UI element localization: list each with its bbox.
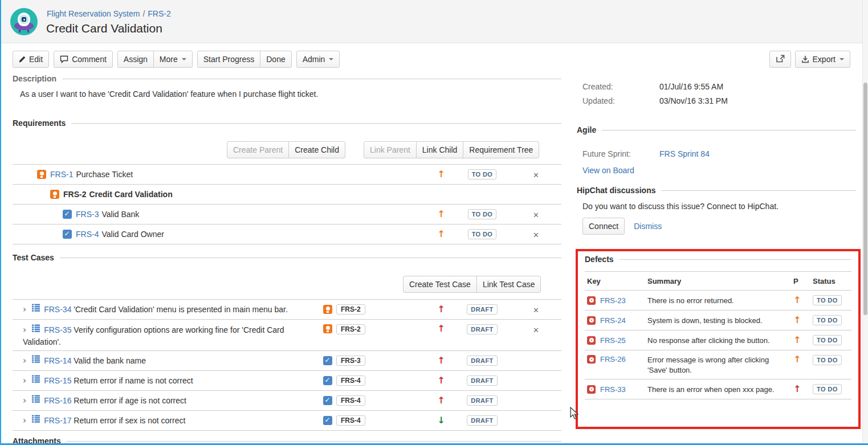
- remove-link-icon[interactable]: [533, 169, 539, 180]
- requirement-key-link[interactable]: FRS-1: [50, 170, 73, 179]
- requirement-type-icon: [63, 230, 72, 239]
- status-lozenge: TO DO: [813, 384, 842, 394]
- admin-dropdown-button[interactable]: Admin: [296, 51, 340, 68]
- expand-chevron-icon[interactable]: ›: [23, 375, 26, 386]
- future-sprint-link[interactable]: FRS Sprint 84: [659, 149, 710, 158]
- test-case-button-group: Create Test Case Link Test Case: [403, 276, 541, 293]
- test-case-key-link[interactable]: FRS-16: [44, 396, 71, 405]
- requirement-summary: Valid Bank: [101, 210, 139, 219]
- comment-button[interactable]: Comment: [54, 51, 113, 68]
- hipchat-section: HipChat discussions Do you want to discu…: [577, 186, 856, 235]
- more-dropdown-button[interactable]: More: [153, 51, 193, 68]
- priority-icon: [437, 375, 445, 386]
- requirement-row: FRS-4 Valid Card Owner TO DO: [13, 224, 561, 244]
- share-button[interactable]: [769, 51, 791, 68]
- defect-key-link[interactable]: FRS-24: [600, 316, 626, 325]
- test-case-key-link[interactable]: FRS-34: [44, 305, 71, 314]
- expand-chevron-icon[interactable]: ›: [23, 325, 26, 335]
- window-edge-left: [0, 0, 1, 445]
- chevron-down-icon: [182, 58, 186, 60]
- remove-link-icon[interactable]: [533, 209, 539, 220]
- hipchat-connect-button[interactable]: Connect: [582, 218, 625, 235]
- test-case-summary: Valid the bank name: [74, 356, 146, 365]
- edit-button[interactable]: Edit: [13, 51, 49, 68]
- status-lozenge: DRAFT: [467, 324, 497, 334]
- requirement-summary: Valid Card Owner: [101, 230, 164, 239]
- requirement-type-icon: [323, 305, 332, 314]
- requirements-tree: FRS-1 Purchase Ticket TO DO FRS-2 Credit…: [13, 164, 561, 244]
- heading-rule: [620, 259, 851, 260]
- remove-link-icon[interactable]: [533, 229, 539, 240]
- priority-icon: [793, 334, 801, 345]
- requirements-section: Requirements Create Parent Create Child …: [13, 119, 561, 244]
- requirement-tree-button[interactable]: Requirement Tree: [463, 141, 539, 158]
- defects-table-header: Key Summary P Status: [585, 272, 851, 291]
- test-case-summary: 'Credit Card Validation' menu is present…: [74, 305, 288, 314]
- start-progress-button[interactable]: Start Progress: [197, 51, 260, 68]
- breadcrumb-issue-link[interactable]: FRS-2: [148, 9, 170, 18]
- test-case-key-link[interactable]: FRS-15: [44, 376, 71, 385]
- status-lozenge: TO DO: [468, 229, 497, 239]
- heading-rule: [62, 79, 561, 79]
- remove-link-icon[interactable]: [533, 324, 539, 335]
- test-cases-heading: Test Cases: [13, 253, 54, 262]
- defect-summary: System is down, testing is blocked.: [647, 316, 793, 325]
- requirement-type-icon: [37, 170, 46, 179]
- heading-rule: [661, 190, 856, 191]
- dates-section: Created:01/Jul/16 9:55 AM Updated:03/Nov…: [577, 82, 856, 111]
- expand-chevron-icon[interactable]: ›: [23, 415, 26, 426]
- bug-icon: [587, 385, 596, 394]
- hipchat-prompt: Do you want to discuss this issue? Conne…: [582, 202, 856, 211]
- create-test-case-button[interactable]: Create Test Case: [403, 276, 477, 293]
- requirement-key-link[interactable]: FRS-4: [76, 230, 99, 239]
- column-header-priority: P: [793, 277, 813, 285]
- hipchat-dismiss-link[interactable]: Dismiss: [634, 222, 662, 231]
- remove-link-icon[interactable]: [533, 304, 539, 315]
- link-test-case-button[interactable]: Link Test Case: [476, 276, 541, 293]
- page-title: Credit Card Validation: [46, 22, 162, 35]
- status-lozenge: TO DO: [813, 295, 842, 305]
- requirements-heading: Requirements: [13, 119, 66, 128]
- chevron-down-icon: [840, 58, 844, 60]
- column-header-summary: Summary: [647, 277, 793, 285]
- created-value: 01/Jul/16 9:55 AM: [659, 82, 723, 91]
- test-case-icon: [31, 356, 40, 365]
- defect-row: FRS-26 Error message is wrong after clic…: [585, 350, 851, 379]
- create-parent-button[interactable]: Create Parent: [227, 141, 289, 158]
- column-header-status: Status: [813, 277, 851, 285]
- defect-key-link[interactable]: FRS-25: [600, 336, 626, 345]
- defect-key-link[interactable]: FRS-26: [600, 355, 626, 364]
- defect-row: FRS-33 There is an error when open xxx p…: [585, 379, 851, 399]
- create-child-button[interactable]: Create Child: [288, 141, 345, 158]
- expand-chevron-icon[interactable]: ›: [23, 395, 26, 406]
- status-lozenge: DRAFT: [467, 415, 497, 426]
- link-child-button[interactable]: Link Child: [416, 141, 463, 158]
- breadcrumb-separator: /: [142, 9, 145, 18]
- link-parent-button[interactable]: Link Parent: [364, 141, 417, 158]
- requirement-key-lozenge: FRS-4: [336, 395, 365, 406]
- test-case-key-link[interactable]: FRS-14: [44, 356, 71, 365]
- requirement-key-lozenge: FRS-3: [336, 356, 365, 366]
- requirement-key-lozenge: FRS-2: [336, 324, 365, 334]
- view-on-board-link[interactable]: View on Board: [582, 166, 634, 175]
- requirement-row-current: FRS-2 Credit Card Validation: [13, 185, 561, 205]
- requirement-key-link[interactable]: FRS-3: [76, 210, 99, 219]
- test-case-key-link[interactable]: FRS-17: [44, 416, 71, 425]
- status-lozenge: DRAFT: [467, 395, 497, 406]
- defect-row: FRS-25 No response after clicking the bu…: [585, 330, 851, 350]
- requirement-row: FRS-1 Purchase Ticket TO DO: [13, 165, 561, 185]
- test-case-summary: Return error if name is not correct: [74, 376, 193, 385]
- test-case-key-link[interactable]: FRS-35: [44, 325, 71, 334]
- expand-chevron-icon[interactable]: ›: [23, 356, 26, 366]
- defect-key-link[interactable]: FRS-23: [600, 296, 626, 305]
- expand-chevron-icon[interactable]: ›: [23, 304, 26, 315]
- heading-rule: [71, 123, 561, 124]
- assign-button[interactable]: Assign: [117, 51, 154, 68]
- export-dropdown-button[interactable]: Export: [795, 51, 850, 68]
- vertical-scrollbar-thumb[interactable]: [863, 83, 867, 315]
- defect-summary: No response after clicking the button.: [647, 336, 793, 345]
- breadcrumb-project-link[interactable]: Flight Reservation System: [47, 9, 140, 18]
- done-button[interactable]: Done: [260, 51, 291, 68]
- defect-key-link[interactable]: FRS-33: [600, 385, 626, 394]
- defects-panel: Defects Key Summary P Status FRS-23 Ther…: [576, 249, 861, 429]
